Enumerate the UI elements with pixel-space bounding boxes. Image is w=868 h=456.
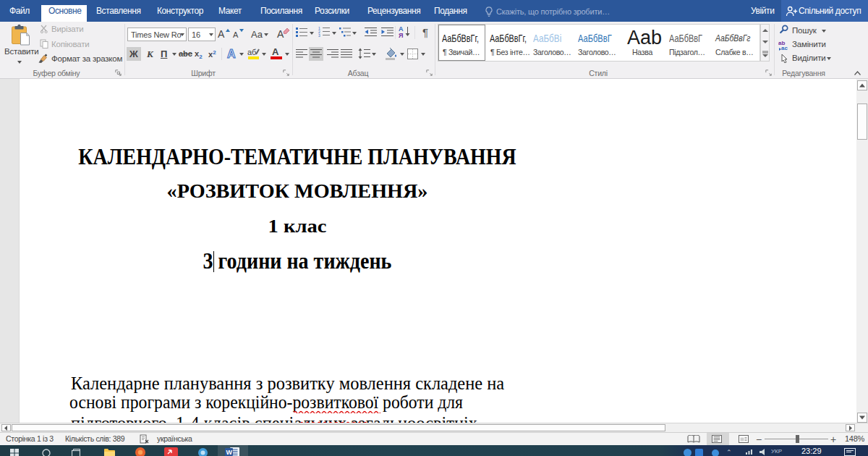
svg-text:3: 3	[318, 33, 320, 37]
svg-text:аб: аб	[247, 48, 256, 56]
svg-text:А: А	[227, 48, 236, 60]
svg-text:Я: Я	[399, 32, 403, 38]
svg-text:ac: ac	[781, 45, 788, 51]
svg-text:W: W	[226, 449, 233, 456]
